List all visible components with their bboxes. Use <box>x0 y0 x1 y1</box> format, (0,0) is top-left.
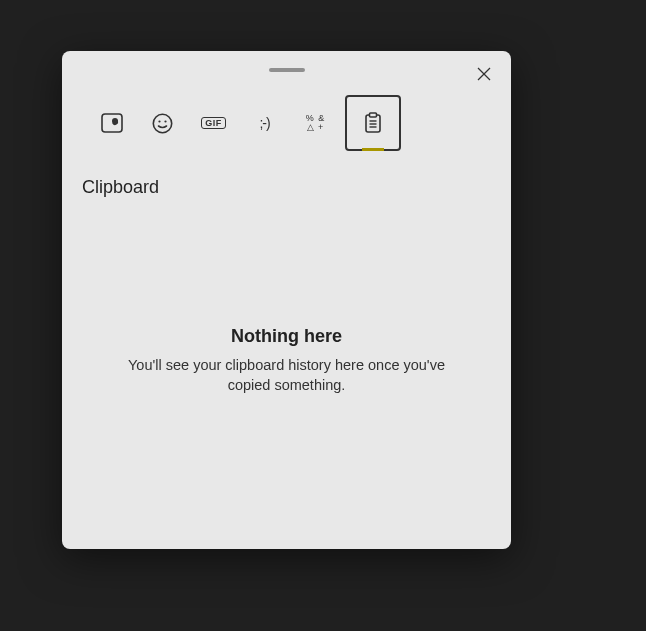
kaomoji-icon: ;-) <box>259 115 269 131</box>
empty-state-description: You'll see your clipboard history here o… <box>112 355 461 396</box>
category-tabs: GIF ;-) % &△ + <box>86 95 401 151</box>
empty-state: Nothing here You'll see your clipboard h… <box>62 326 511 396</box>
tab-recent[interactable] <box>86 95 137 151</box>
svg-point-4 <box>153 114 171 132</box>
drag-handle[interactable] <box>269 68 305 72</box>
svg-rect-8 <box>370 113 377 117</box>
svg-point-3 <box>112 118 118 124</box>
tab-kaomoji[interactable]: ;-) <box>239 95 290 151</box>
tab-symbols[interactable]: % &△ + <box>290 95 341 151</box>
symbols-icon: % &△ + <box>306 114 326 132</box>
clipboard-icon <box>364 112 382 134</box>
tab-gif[interactable]: GIF <box>188 95 239 151</box>
tab-clipboard[interactable] <box>345 95 401 151</box>
gif-icon: GIF <box>201 117 226 129</box>
svg-rect-2 <box>102 114 122 132</box>
empty-state-title: Nothing here <box>112 326 461 347</box>
close-icon <box>477 67 491 81</box>
tab-emoji[interactable] <box>137 95 188 151</box>
emoji-icon <box>152 113 173 134</box>
svg-point-6 <box>164 120 166 122</box>
recent-icon <box>101 113 123 133</box>
emoji-clipboard-panel: GIF ;-) % &△ + Clipboard Nothing here Yo… <box>62 51 511 549</box>
svg-point-5 <box>158 120 160 122</box>
close-button[interactable] <box>469 59 499 89</box>
section-title: Clipboard <box>82 177 159 198</box>
